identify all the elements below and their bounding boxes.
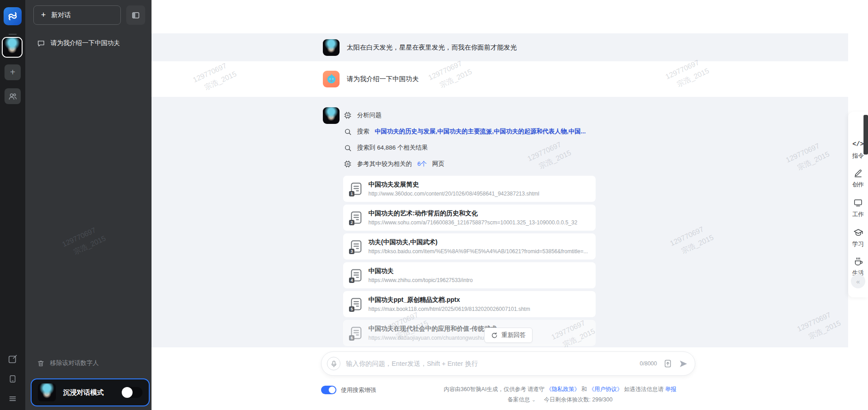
app-window: + + 新对话 xyxy=(0,0,868,410)
document-icon: 1 xyxy=(350,182,362,196)
microphone-button[interactable] xyxy=(327,357,340,370)
svg-text:AI: AI xyxy=(346,114,349,117)
refresh-icon xyxy=(491,332,498,339)
source-title: 中国功夫 xyxy=(368,267,473,275)
sidebar-history-item[interactable]: 请为我介绍一下中国功夫 xyxy=(25,36,152,50)
top-spacer xyxy=(152,0,848,33)
panel-item-study[interactable]: 学习 xyxy=(848,227,868,248)
analyze-step-label: 分析问题 xyxy=(357,111,381,119)
digital-human-message-avatar xyxy=(323,107,340,124)
panel-item-creation[interactable]: 创作 xyxy=(848,168,868,189)
source-title: 中国功夫的艺术:动作背后的历史和文化 xyxy=(368,210,577,218)
microphone-icon xyxy=(330,360,338,368)
chat-bubble-icon xyxy=(37,39,45,47)
message-row-ai-response: AI 分析问题 搜索 中国功夫的历史与发展,中国功夫的主要流派,中国功夫的起源和… xyxy=(152,97,848,347)
report-link[interactable]: 举报 xyxy=(665,386,676,392)
rail-divider xyxy=(9,34,17,35)
source-card[interactable]: 3 功夫(中国功夫,中国武术) https://bkso.baidu.com/i… xyxy=(343,233,596,260)
plus-icon: + xyxy=(10,67,15,77)
message-input[interactable] xyxy=(346,360,640,367)
collapse-panel-button[interactable]: « xyxy=(851,274,865,288)
reference-suffix: 网页 xyxy=(432,160,445,168)
disclaimer-text-1: 内容由360智脑AI生成，仅供参考 请遵守 xyxy=(444,386,545,392)
source-card[interactable]: 2 中国功夫的艺术:动作背后的历史和文化 https://www.sohu.co… xyxy=(343,205,596,231)
result-count-text: 搜索到 64,886 个相关结果 xyxy=(357,144,428,152)
disclaimer-text-2: 如遇违法信息请 xyxy=(624,386,664,392)
hamburger-menu-icon xyxy=(8,394,17,403)
bot-face-icon xyxy=(323,71,340,87)
reference-count-link[interactable]: 6个 xyxy=(418,160,427,168)
disclaimer-conj: 和 xyxy=(582,386,588,392)
source-title: 功夫(中国功夫,中国武术) xyxy=(368,238,588,246)
new-chat-label: 新对话 xyxy=(51,11,71,19)
beian-row: 备案信息 ⌄ 今日剩余体验次数: 299/300 xyxy=(357,395,763,405)
pencil-icon xyxy=(853,168,863,178)
source-card[interactable]: 6 中国功夫在现代社会中的应用和价值-传统武术 https://www.dada… xyxy=(343,320,596,346)
source-card-body: 中国功夫在现代社会中的应用和价值-传统武术 https://www.dadaoj… xyxy=(368,325,497,341)
regenerate-button[interactable]: 重新回答 xyxy=(484,328,533,343)
source-number-badge: 5 xyxy=(349,306,354,312)
toggle-knob xyxy=(329,387,335,393)
beian-info-link[interactable]: 备案信息 ⌄ xyxy=(508,395,536,405)
panel-item-label: 工作 xyxy=(852,210,864,219)
search-enhance-toggle[interactable] xyxy=(321,386,336,394)
coffee-icon xyxy=(853,256,863,267)
source-title: 中国功夫ppt_原创精品文档.pptx xyxy=(368,296,530,304)
app-logo[interactable] xyxy=(4,7,22,25)
add-digital-human-button[interactable]: + xyxy=(5,64,21,80)
source-number-badge: 6 xyxy=(349,335,354,341)
digital-human-face xyxy=(3,38,22,57)
message-row-digital-human: 太阳在白天发光，星星在夜里发光，而我在你面前才能发光 xyxy=(152,33,848,61)
search-step-label: 搜索 xyxy=(357,128,369,136)
footer-bar: 使用搜索增强 内容由360智脑AI生成，仅供参考 请遵守 《隐私政策》 和 《用… xyxy=(321,385,727,405)
immersive-mode-toggle[interactable] xyxy=(122,387,142,398)
source-card[interactable]: 5 中国功夫ppt_原创精品文档.pptx https://max.book11… xyxy=(343,291,596,317)
split-panel-icon xyxy=(131,11,140,20)
source-card-body: 中国功夫 https://www.zhihu.com/topic/1962753… xyxy=(368,267,473,283)
search-icon xyxy=(344,128,352,136)
remove-digital-human-button[interactable]: 移除该对话数字人 xyxy=(37,359,99,367)
quota-text: 今日剩余体验次数: 299/300 xyxy=(544,395,612,405)
new-chat-button[interactable]: + 新对话 xyxy=(33,5,121,25)
main-menu-button[interactable] xyxy=(7,393,18,405)
analysis-step-results: 搜索到 64,886 个相关结果 xyxy=(344,144,428,152)
document-icon: 4 xyxy=(350,269,362,282)
analysis-step-search: 搜索 中国功夫的历史与发展,中国功夫的主要流派,中国功夫的起源和代表人物,中国.… xyxy=(344,128,586,136)
upload-file-button[interactable] xyxy=(662,358,673,369)
upload-file-icon xyxy=(663,359,672,368)
source-url: https://max.book118.com/html/2025/0619/8… xyxy=(368,306,530,312)
disclaimer-line: 内容由360智脑AI生成，仅供参考 请遵守 《隐私政策》 和 《用户协议》 如遇… xyxy=(357,385,763,394)
document-icon: 3 xyxy=(350,240,362,253)
composer-bar: 0/8000 xyxy=(321,351,695,376)
user-agreement-link[interactable]: 《用户协议》 xyxy=(589,386,623,392)
document-icon: 6 xyxy=(350,326,362,340)
source-card[interactable]: 4 中国功夫 https://www.zhihu.com/topic/19627… xyxy=(343,262,596,288)
panel-item-label: 指令 xyxy=(852,152,864,160)
selected-digital-human-avatar[interactable] xyxy=(2,37,23,58)
compose-note-button[interactable] xyxy=(7,353,18,365)
scrollbar-thumb[interactable] xyxy=(863,115,868,155)
chevron-down-icon: ⌄ xyxy=(532,397,536,402)
digital-human-gallery-button[interactable] xyxy=(5,88,21,104)
device-button[interactable] xyxy=(7,373,18,385)
panel-item-work[interactable]: 工作 xyxy=(848,197,868,219)
search-query-link[interactable]: 中国功夫的历史与发展,中国功夫的主要流派,中国功夫的起源和代表人物,中国... xyxy=(375,128,586,136)
source-card[interactable]: 1 中国功夫发展简史 http://www.360doc.com/content… xyxy=(343,176,596,202)
search-icon xyxy=(344,144,352,152)
source-number-badge: 1 xyxy=(349,191,354,196)
ai-chip-icon: AI xyxy=(344,111,352,119)
source-title: 中国功夫在现代社会中的应用和价值-传统武术 xyxy=(368,325,497,333)
source-card-body: 中国功夫的艺术:动作背后的历史和文化 https://www.sohu.com/… xyxy=(368,210,577,226)
source-url: https://www.dadaojiayuan.com/chuantongwu… xyxy=(368,335,497,341)
message-row-bot: 请为我介绍一下中国功夫 xyxy=(152,61,848,97)
collapse-sidebar-button[interactable] xyxy=(126,5,145,25)
source-url: https://bkso.baidu.com/item/%E5%8A%9F%E5… xyxy=(368,248,588,255)
immersive-mode-card[interactable]: 沉浸对话模式 xyxy=(31,378,150,406)
left-rail: + xyxy=(0,0,25,410)
source-card-body: 功夫(中国功夫,中国武术) https://bkso.baidu.com/ite… xyxy=(368,238,588,255)
privacy-policy-link[interactable]: 《隐私政策》 xyxy=(546,386,580,392)
source-url: https://www.sohu.com/a/716600836_1216758… xyxy=(368,219,577,226)
send-button[interactable] xyxy=(678,358,689,369)
panel-item-label: 学习 xyxy=(852,240,864,248)
source-number-badge: 3 xyxy=(349,249,354,254)
